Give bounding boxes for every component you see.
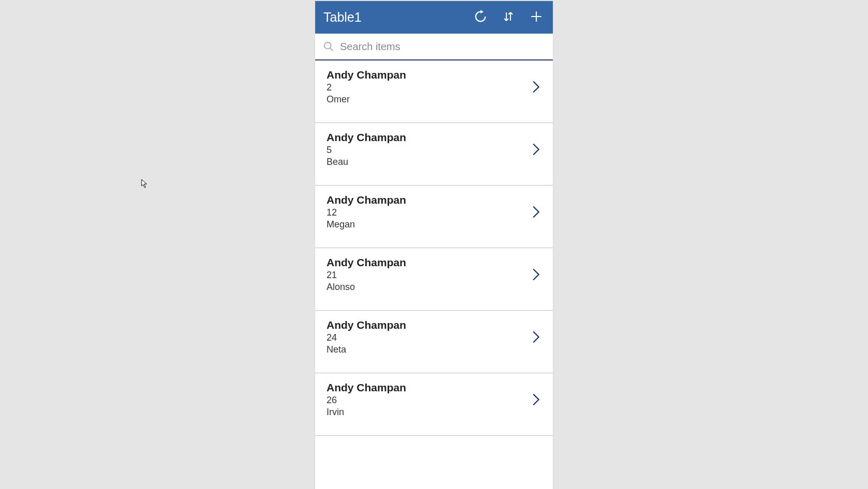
list-item[interactable]: Andy Champan26Irvin xyxy=(315,373,553,436)
add-button[interactable] xyxy=(524,5,549,30)
list-item[interactable]: Andy Champan24Neta xyxy=(315,311,553,373)
chevron-right-icon xyxy=(529,267,544,282)
app-frame: Table1 xyxy=(315,1,553,489)
item-subtitle: 26 xyxy=(327,395,529,406)
item-list[interactable]: Andy Champan2OmerAndy Champan5BeauAndy C… xyxy=(315,60,553,489)
chevron-right-icon xyxy=(529,80,544,94)
sort-icon xyxy=(502,9,515,26)
chevron-right-icon xyxy=(529,205,544,219)
item-body: Alonso xyxy=(327,282,529,293)
sort-button[interactable] xyxy=(496,5,521,30)
list-item-content: Andy Champan26Irvin xyxy=(327,381,529,418)
chevron-right-icon xyxy=(529,330,544,344)
item-subtitle: 2 xyxy=(327,82,529,93)
svg-point-0 xyxy=(324,42,331,49)
list-item-content: Andy Champan5Beau xyxy=(327,131,529,167)
list-item-content: Andy Champan21Alonso xyxy=(327,256,529,293)
chevron-right-icon xyxy=(529,392,544,407)
item-body: Omer xyxy=(327,94,529,105)
item-subtitle: 24 xyxy=(327,332,529,343)
list-item[interactable]: Andy Champan12Megan xyxy=(315,186,553,248)
item-body: Irvin xyxy=(327,407,529,418)
search-icon xyxy=(322,40,335,53)
item-title: Andy Champan xyxy=(327,131,529,144)
header-title: Table1 xyxy=(323,10,465,25)
plus-icon xyxy=(530,10,543,25)
item-subtitle: 21 xyxy=(327,270,529,281)
item-title: Andy Champan xyxy=(327,381,529,394)
item-body: Beau xyxy=(327,157,529,167)
list-item-content: Andy Champan2Omer xyxy=(327,69,529,105)
search-bar xyxy=(315,34,553,60)
list-item[interactable]: Andy Champan2Omer xyxy=(315,60,553,123)
list-item-content: Andy Champan24Neta xyxy=(327,319,529,355)
item-title: Andy Champan xyxy=(327,194,529,206)
app-header: Table1 xyxy=(315,1,553,34)
item-body: Neta xyxy=(327,344,529,355)
item-title: Andy Champan xyxy=(327,69,529,81)
search-input[interactable] xyxy=(340,41,546,53)
cursor-icon xyxy=(141,179,148,190)
item-title: Andy Champan xyxy=(327,256,529,269)
chevron-right-icon xyxy=(529,142,544,157)
item-subtitle: 12 xyxy=(327,207,529,218)
refresh-icon xyxy=(473,9,488,26)
item-title: Andy Champan xyxy=(327,319,529,331)
item-subtitle: 5 xyxy=(327,145,529,156)
refresh-button[interactable] xyxy=(468,5,493,30)
list-item-content: Andy Champan12Megan xyxy=(327,194,529,230)
list-item[interactable]: Andy Champan21Alonso xyxy=(315,248,553,311)
list-item[interactable]: Andy Champan5Beau xyxy=(315,123,553,186)
item-body: Megan xyxy=(327,219,529,230)
